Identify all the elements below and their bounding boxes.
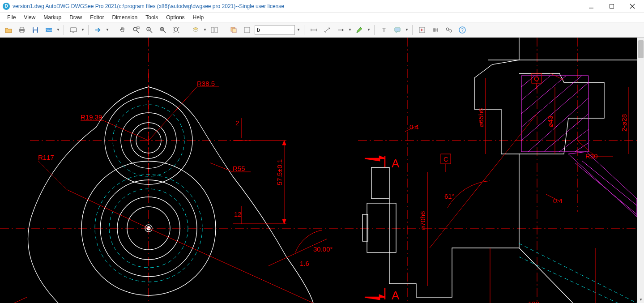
layers-button[interactable] (228, 24, 239, 36)
dim-2: 2 (235, 119, 239, 127)
zoom-in-button[interactable] (157, 24, 169, 36)
dim-2dia28: 2-⌀28 (620, 114, 628, 132)
svg-line-67 (103, 120, 149, 141)
convert-button[interactable]: DWG (43, 24, 55, 36)
menu-markup[interactable]: Markup (40, 13, 65, 21)
maximize-button[interactable] (606, 2, 618, 11)
svg-line-69 (67, 190, 149, 228)
text-button[interactable]: T (378, 24, 390, 36)
scroll-down-button[interactable]: ▼ (637, 296, 644, 303)
markup-pen-button[interactable] (354, 24, 365, 36)
forward-dropdown[interactable]: ▼ (106, 24, 109, 36)
vertical-scrollbar[interactable]: ▲ ▼ (637, 38, 644, 303)
datum-c: C (444, 155, 448, 163)
layer-prop-button[interactable] (190, 24, 201, 36)
dim-dia70: ⌀70h6 (419, 211, 426, 230)
svg-line-95 (582, 161, 637, 205)
minimize-button[interactable] (585, 2, 597, 11)
menu-help[interactable]: Help (189, 13, 208, 21)
dim-30deg: 30.00° (313, 245, 333, 253)
menu-options[interactable]: Options (162, 13, 188, 21)
dim-57-5: 57.5±0.1 (276, 159, 283, 185)
print-button[interactable] (16, 24, 28, 36)
toolbar-sep (412, 25, 413, 35)
markup-pen-dropdown[interactable]: ▼ (367, 24, 371, 36)
open-button[interactable] (3, 24, 14, 36)
dim-61deg: 61° (444, 192, 455, 200)
svg-rect-25 (211, 27, 214, 33)
zoom-out-button[interactable] (144, 24, 155, 36)
toolbar-sep (224, 25, 224, 35)
svg-rect-5 (20, 27, 24, 29)
menu-editor[interactable]: Editor (86, 13, 107, 21)
toolbar-sep (186, 25, 186, 35)
display-dropdown[interactable]: ▼ (81, 24, 85, 36)
svg-line-70 (38, 161, 67, 190)
svg-rect-26 (215, 27, 218, 33)
svg-text:DWG: DWG (46, 29, 52, 32)
window-buttons (585, 2, 639, 11)
svg-rect-29 (244, 27, 250, 33)
dim-dia43: ⌀43 (546, 115, 554, 127)
dim-r38-5: R38.5 (197, 80, 215, 87)
comment-dropdown[interactable]: ▼ (405, 24, 409, 36)
display-button[interactable] (68, 24, 79, 36)
insert-button[interactable] (416, 24, 428, 36)
close-button[interactable] (626, 2, 639, 11)
menu-file[interactable]: File (4, 13, 19, 21)
pan-button[interactable] (117, 24, 128, 36)
svg-rect-9 (34, 30, 37, 33)
section-a-bottom: A (392, 289, 400, 302)
save-button[interactable] (30, 24, 41, 36)
dim-dia65: ⌀65h6 (477, 108, 485, 127)
menu-draw[interactable]: Draw (66, 13, 85, 21)
svg-line-33 (325, 28, 329, 32)
surf-0-4: 0.4 (409, 123, 419, 131)
menu-tools[interactable]: Tools (142, 13, 162, 21)
window-title: version1.dwg AutoDWG DWGSee Pro 2021(c:\… (13, 3, 585, 9)
layer-state-button[interactable] (241, 24, 253, 36)
surf-1-6: 1.6 (300, 260, 309, 267)
svg-line-85 (521, 76, 535, 87)
layer-dropdown[interactable]: ▼ (297, 24, 300, 36)
svg-text:T: T (382, 26, 386, 34)
svg-rect-8 (34, 27, 37, 30)
svg-rect-28 (232, 29, 236, 33)
menu-view[interactable]: View (20, 13, 39, 21)
datum-q: Q (534, 75, 539, 82)
dim-arrow-button[interactable] (335, 24, 346, 36)
toolbar-sep (304, 25, 304, 35)
svg-line-97 (519, 257, 618, 303)
svg-rect-1 (610, 4, 614, 8)
forward-button[interactable] (92, 24, 104, 36)
svg-point-24 (174, 28, 178, 31)
menu-dimension[interactable]: Dimension (109, 13, 141, 21)
titlebar: D version1.dwg AutoDWG DWGSee Pro 2021(c… (0, 0, 644, 13)
dim-aligned-button[interactable] (321, 24, 333, 36)
dim-linear-button[interactable] (308, 24, 320, 36)
zoom-window-button[interactable] (130, 24, 142, 36)
dim-r19-39: R19.39 (81, 113, 102, 121)
layer-prop-dropdown[interactable]: ▼ (203, 24, 207, 36)
count-button[interactable] (430, 24, 441, 36)
toolbar: DWG ▼ ▼ ▼ ▼ ▼ ▼ ▼ T ▼ ? (0, 22, 644, 38)
find-button[interactable] (443, 24, 455, 36)
toolbar-sep (64, 25, 64, 35)
svg-line-94 (575, 163, 637, 214)
svg-line-23 (163, 30, 166, 33)
drawing-canvas[interactable]: R38.5 R19.39 R117 R55 2 12 57.5±0.1 30.0… (0, 38, 644, 303)
dim-r117: R117 (38, 154, 54, 161)
toolbar-sep (113, 25, 113, 35)
dim-dropdown[interactable]: ▼ (348, 24, 352, 36)
comment-button[interactable] (392, 24, 403, 36)
layer-input[interactable] (255, 25, 295, 35)
svg-rect-16 (137, 27, 139, 29)
scroll-thumb[interactable] (638, 40, 644, 58)
zoom-extents-button[interactable] (171, 24, 182, 36)
dim-r30: R30 (585, 152, 598, 160)
convert-dropdown[interactable]: ▼ (56, 24, 60, 36)
toolbar-sep (88, 25, 89, 35)
help-button[interactable]: ? (456, 24, 468, 36)
app-icon: D (3, 3, 10, 10)
layout-button[interactable] (209, 24, 220, 36)
